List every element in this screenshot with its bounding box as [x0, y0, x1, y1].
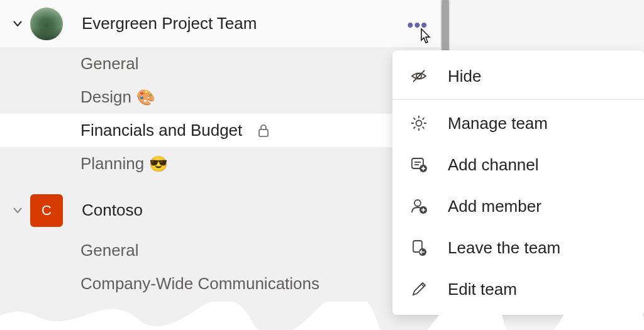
channel-item[interactable]: Company-Wide Communications — [0, 267, 453, 300]
team-avatar: C — [30, 194, 63, 227]
sunglasses-emoji: 😎 — [149, 155, 168, 173]
svg-point-3 — [416, 121, 422, 126]
channel-label: General — [80, 241, 139, 260]
menu-label: Add member — [448, 197, 541, 216]
svg-rect-0 — [259, 129, 268, 136]
add-channel-icon — [409, 155, 429, 175]
chevron-down-icon[interactable] — [11, 207, 24, 214]
channel-label: Planning — [80, 154, 144, 173]
team-name: Contoso — [82, 201, 143, 220]
menu-label: Edit team — [448, 280, 517, 299]
channel-item[interactable]: Planning😎 — [0, 147, 453, 180]
channel-item[interactable]: General — [0, 47, 453, 80]
team-context-menu: Hide Manage team Add channel Add member … — [392, 50, 644, 315]
team-row-evergreen[interactable]: Evergreen Project Team ••• — [0, 0, 453, 47]
pencil-icon — [409, 279, 429, 299]
menu-separator — [392, 99, 644, 100]
svg-point-10 — [414, 200, 421, 206]
menu-item-add-channel[interactable]: Add channel — [392, 144, 644, 185]
channel-item[interactable]: Financials and Budget — [0, 114, 453, 147]
menu-item-hide[interactable]: Hide — [392, 55, 644, 97]
channel-label: Financials and Budget — [80, 121, 242, 140]
channel-label: General — [80, 54, 139, 74]
channel-label: Design — [80, 87, 131, 107]
menu-item-add-member[interactable]: Add member — [392, 185, 644, 227]
add-member-icon — [409, 196, 429, 216]
menu-label: Manage team — [448, 114, 548, 133]
team-name: Evergreen Project Team — [82, 14, 257, 33]
team-avatar — [30, 8, 63, 40]
hide-icon — [409, 66, 429, 86]
channel-label: Company-Wide Communications — [80, 274, 319, 294]
team-row-contoso[interactable]: C Contoso — [0, 187, 453, 234]
svg-line-2 — [413, 70, 425, 82]
avatar-letter: C — [42, 202, 52, 219]
gear-icon — [409, 113, 429, 133]
channel-item[interactable]: Design🎨 — [0, 80, 453, 114]
leave-icon — [409, 238, 429, 258]
more-options-button[interactable]: ••• — [408, 15, 428, 35]
menu-item-edit-team[interactable]: Edit team — [392, 268, 644, 310]
menu-item-leave-team[interactable]: Leave the team — [392, 227, 644, 268]
teams-sidebar: Evergreen Project Team ••• General Desig… — [0, 0, 453, 330]
menu-label: Leave the team — [448, 238, 560, 258]
menu-label: Add channel — [448, 155, 539, 175]
chevron-down-icon[interactable] — [11, 21, 24, 27]
channel-list: General Company-Wide Communications — [0, 234, 453, 300]
menu-label: Hide — [448, 67, 481, 86]
menu-item-manage-team[interactable]: Manage team — [392, 102, 644, 144]
channel-list: General Design🎨 Financials and Budget Pl… — [0, 47, 453, 180]
channel-item[interactable]: General — [0, 234, 453, 267]
palette-emoji: 🎨 — [136, 89, 155, 106]
lock-icon — [257, 123, 270, 138]
